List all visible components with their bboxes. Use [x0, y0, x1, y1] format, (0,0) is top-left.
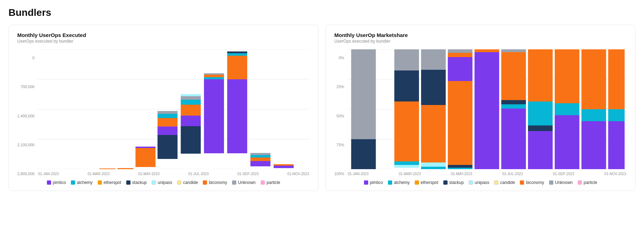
- x-label: 01-SEP-2023: [553, 172, 574, 176]
- x-label: 01-NOV-2023: [287, 172, 309, 176]
- y-label: 50%: [334, 114, 344, 118]
- chart1-title: Monthly UserOps Executed: [17, 32, 310, 38]
- chart-userops-executed: Monthly UserOps Executed UserOps execute…: [8, 25, 318, 191]
- svg-rect-61: [501, 100, 526, 104]
- legend-alchemy: alchemy: [71, 180, 93, 185]
- y-label: 0: [17, 56, 35, 60]
- svg-rect-20: [204, 79, 224, 153]
- charts-row: Monthly UserOps Executed UserOps execute…: [8, 25, 636, 191]
- svg-rect-10: [158, 127, 178, 135]
- svg-rect-74: [608, 49, 625, 109]
- svg-rect-57: [475, 49, 499, 52]
- svg-rect-42: [394, 70, 419, 101]
- chart1-legend: pimlico alchemy etherspot stackup unipas…: [17, 180, 310, 185]
- svg-rect-53: [448, 57, 473, 81]
- svg-rect-69: [555, 103, 579, 115]
- legend-candide: candide: [177, 180, 198, 185]
- x-label: 01-SEP-2023: [237, 172, 259, 176]
- x-label: 01-JAN-2023: [38, 172, 59, 176]
- legend-etherspot: etherspot: [98, 180, 121, 185]
- legend-biconomy: biconomy: [203, 180, 227, 185]
- legend-unipass: unipass: [469, 180, 489, 185]
- chart2-y-axis: 100% 75% 50% 25% 0%: [334, 56, 344, 176]
- svg-rect-76: [608, 121, 625, 169]
- legend-etherspot: etherspot: [415, 180, 438, 185]
- svg-rect-14: [181, 126, 201, 154]
- x-label: 01-MAR-2023: [399, 172, 421, 176]
- svg-rect-49: [421, 162, 446, 167]
- svg-rect-51: [448, 49, 473, 53]
- svg-rect-12: [158, 114, 178, 118]
- svg-rect-75: [608, 109, 625, 121]
- legend-pimlico: pimlico: [47, 180, 66, 185]
- chart2-legend: pimlico alchemy etherspot stackup unipas…: [334, 180, 627, 185]
- svg-rect-19: [181, 94, 201, 96]
- svg-rect-55: [448, 165, 473, 168]
- chart2-bars: 01-JAN-2023 01-MAR-2023 01-MAY-2023 01-J…: [347, 49, 627, 176]
- svg-rect-8: [135, 147, 156, 148]
- x-label: 01-NOV-2023: [604, 172, 626, 176]
- y-label: 75%: [334, 143, 344, 147]
- svg-rect-64: [528, 49, 553, 101]
- svg-rect-70: [555, 115, 579, 169]
- svg-rect-67: [528, 131, 553, 169]
- svg-rect-48: [421, 105, 446, 162]
- svg-rect-17: [181, 100, 201, 105]
- svg-rect-50: [421, 167, 446, 169]
- svg-rect-60: [501, 52, 526, 100]
- y-label: 25%: [334, 85, 344, 89]
- y-label: 0%: [334, 56, 344, 60]
- svg-rect-45: [394, 165, 419, 168]
- chart1-subtitle: UserOps executed by bundler: [17, 39, 310, 44]
- chart2-subtitle: UserOps executed by bundler: [334, 39, 627, 44]
- svg-rect-21: [204, 77, 224, 79]
- svg-rect-18: [181, 96, 201, 100]
- svg-rect-26: [227, 53, 247, 56]
- legend-candide: candide: [494, 180, 515, 185]
- svg-rect-72: [582, 109, 606, 121]
- chart1-y-axis: 2,800,000 2,100,000 1,400,000 700,000 0: [17, 56, 35, 176]
- y-label: 700,000: [17, 85, 35, 89]
- svg-rect-41: [394, 49, 419, 70]
- svg-rect-7: [135, 148, 156, 167]
- x-label: 01-MAY-2023: [138, 172, 159, 176]
- svg-rect-68: [555, 49, 579, 103]
- svg-rect-43: [394, 101, 419, 161]
- svg-rect-33: [274, 164, 294, 166]
- svg-rect-13: [158, 111, 178, 114]
- y-label: 2,100,000: [17, 143, 35, 147]
- x-label: 01-JAN-2023: [348, 172, 369, 176]
- svg-rect-31: [250, 153, 271, 155]
- svg-rect-56: [448, 168, 473, 169]
- svg-rect-16: [181, 105, 201, 116]
- x-label: 01-MAY-2023: [451, 172, 472, 176]
- chart1-bars: 01-JAN-2023 01-MAR-2023 01-MAY-2023 01-J…: [37, 49, 310, 176]
- svg-rect-23: [204, 73, 224, 75]
- svg-rect-22: [204, 75, 224, 77]
- x-label: 01-MAR-2023: [87, 172, 109, 176]
- svg-rect-58: [475, 52, 499, 169]
- svg-rect-63: [501, 109, 526, 169]
- legend-particle: particle: [261, 180, 280, 185]
- svg-rect-30: [250, 155, 271, 158]
- svg-rect-44: [394, 161, 419, 165]
- legend-unipass: unipass: [152, 180, 172, 185]
- svg-rect-65: [528, 101, 553, 125]
- svg-rect-6: [117, 168, 133, 169]
- svg-rect-9: [158, 135, 178, 159]
- legend-unknown: Unknown: [549, 180, 573, 185]
- svg-rect-54: [448, 81, 473, 165]
- svg-rect-73: [582, 121, 606, 169]
- y-label: 2,800,000: [17, 172, 35, 176]
- svg-rect-59: [501, 49, 526, 52]
- y-label: 100%: [334, 172, 344, 176]
- svg-rect-15: [181, 116, 201, 126]
- svg-rect-71: [582, 49, 606, 109]
- chart-marketshare: Monthly UserOp Marketshare UserOps execu…: [326, 25, 636, 191]
- svg-rect-28: [250, 161, 271, 166]
- svg-rect-66: [528, 125, 553, 131]
- svg-rect-32: [274, 166, 294, 168]
- y-label: 1,400,000: [17, 114, 35, 118]
- svg-rect-27: [227, 51, 247, 53]
- legend-unknown: Unknown: [232, 180, 256, 185]
